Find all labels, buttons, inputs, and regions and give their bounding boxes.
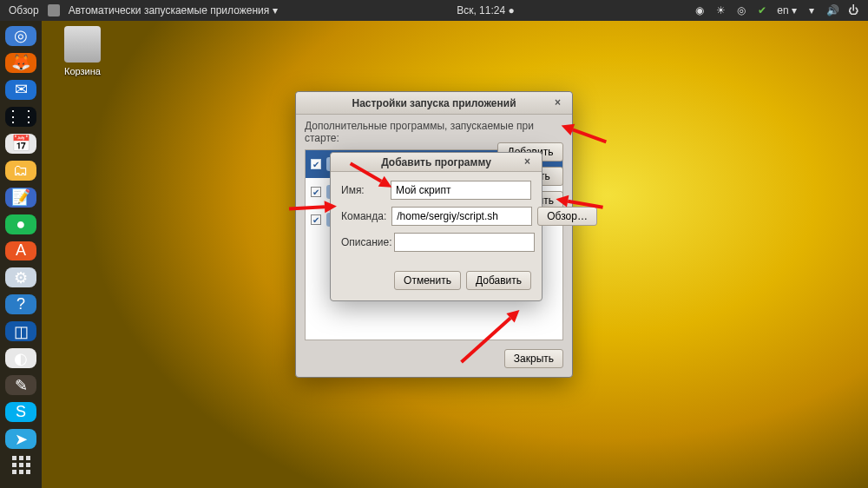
dock-app-skype[interactable]: S	[5, 402, 36, 422]
name-input[interactable]	[391, 181, 531, 200]
dock-app-spotify[interactable]: ●	[5, 214, 36, 234]
dock-app-notes[interactable]: 📝	[5, 188, 36, 208]
window-titlebar[interactable]: Настройки запуска приложений ×	[296, 92, 572, 115]
dock-app-gimp[interactable]: ✎	[5, 375, 36, 395]
dock-app-calendar[interactable]: 📅	[5, 134, 36, 154]
dock: ◎🦊✉⋮⋮📅🗂📝●A⚙?◫◐✎S➤	[0, 21, 42, 488]
top-panel-left: Обзор Автоматически запускаемые приложен…	[9, 4, 278, 16]
network-icon[interactable]: ▾	[806, 4, 818, 16]
top-panel: Обзор Автоматически запускаемые приложен…	[0, 0, 868, 21]
dialog-footer: Отменить Добавить	[331, 264, 542, 300]
clock[interactable]: Вск, 11:24 ●	[286, 4, 686, 16]
dock-app-help[interactable]: ?	[5, 294, 36, 314]
checkbox[interactable]: ✔	[311, 187, 321, 197]
dialog-title: Добавить программу	[381, 156, 491, 168]
description-label: Описание:	[341, 236, 389, 248]
weather-icon[interactable]: ☀	[714, 4, 727, 16]
trash-label: Корзина	[52, 66, 113, 76]
dock-app-firefox[interactable]: 🦊	[5, 53, 36, 73]
window-title: Настройки запуска приложений	[352, 97, 516, 109]
status-ok-icon[interactable]: ✔	[756, 4, 768, 16]
dock-app-thunderbird[interactable]: ✉	[5, 80, 36, 100]
active-app-icon	[48, 4, 60, 16]
volume-icon[interactable]: 🔊	[826, 4, 838, 16]
dock-app-telegram[interactable]: ➤	[5, 429, 36, 449]
add-program-dialog: Добавить программу × Имя: Команда: Обзор…	[330, 152, 542, 301]
trash-desktop-icon[interactable]: Корзина	[52, 26, 113, 76]
browse-button[interactable]: Обзор…	[537, 207, 597, 226]
top-panel-right: ◉ ☀ ◎ ✔ en ▾ ▾ 🔊 ⏻	[694, 4, 859, 16]
cancel-button[interactable]: Отменить	[394, 271, 461, 290]
close-icon[interactable]: ×	[555, 96, 567, 109]
close-button[interactable]: Закрыть	[504, 349, 563, 368]
dock-app-disk[interactable]: ◐	[5, 348, 36, 368]
dock-app-chromium[interactable]: ◎	[5, 26, 36, 46]
power-icon[interactable]: ⏻	[847, 4, 859, 16]
show-applications-button[interactable]	[12, 456, 30, 474]
name-label: Имя:	[341, 184, 385, 196]
dock-app-software[interactable]: A	[5, 241, 36, 261]
dock-app-virtualbox[interactable]: ◫	[5, 321, 36, 341]
checkbox[interactable]: ✔	[311, 214, 321, 225]
close-icon[interactable]: ×	[524, 155, 536, 168]
dock-app-files[interactable]: 🗂	[5, 161, 36, 181]
description-input[interactable]	[394, 233, 535, 252]
a11y-icon[interactable]: ◉	[694, 4, 706, 16]
window-footer: Закрыть	[296, 340, 572, 377]
chrome-tray-icon[interactable]: ◎	[735, 4, 747, 16]
dock-app-preferences[interactable]: ⚙	[5, 267, 36, 287]
command-input[interactable]	[391, 207, 532, 226]
dialog-titlebar[interactable]: Добавить программу ×	[331, 153, 542, 172]
active-app-menu[interactable]: Автоматически запускаемые приложения ▾	[69, 4, 278, 16]
checkbox[interactable]: ✔	[311, 159, 321, 169]
dialog-body: Имя: Команда: Обзор… Описание:	[331, 172, 542, 264]
dock-app-vscode[interactable]: ⋮⋮	[5, 107, 36, 127]
overview-button[interactable]: Обзор	[9, 4, 39, 16]
trash-icon	[64, 26, 101, 63]
keyboard-layout[interactable]: en ▾	[777, 4, 797, 16]
add-confirm-button[interactable]: Добавить	[466, 271, 531, 290]
command-label: Команда:	[341, 210, 386, 222]
